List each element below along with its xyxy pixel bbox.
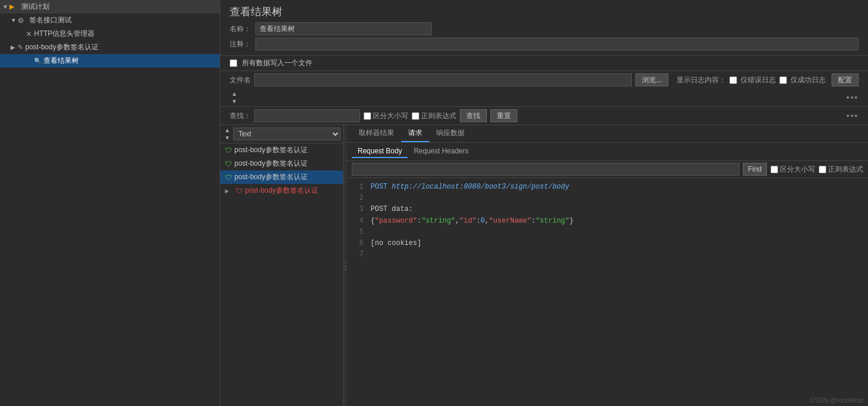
main-layout: ▼ ▶ 测试计划 ▼ 签名接口测试 ✕ HTTP信息头管理器 ▶ ✎ post-…: [0, 0, 868, 406]
shield-green-icon-3: 🛡: [225, 173, 232, 182]
right-header: 查看结果树 名称： 注释：: [220, 0, 868, 56]
reset-button[interactable]: 重置: [490, 109, 517, 122]
shield-green-icon-1: 🛡: [225, 146, 232, 155]
line-num-2: 2: [352, 193, 364, 204]
right-panel: 查看结果树 名称： 注释： 所有数据写入一个文件 文件名 浏览... 显示日志内…: [220, 0, 868, 406]
find-case-sensitive-checkbox[interactable]: [771, 166, 778, 173]
file-label: 文件名: [230, 75, 251, 85]
tree-label-interface-test: 签名接口测试: [29, 15, 72, 25]
result-item[interactable]: 🛡 post-body参数签名认证: [220, 143, 343, 157]
code-line-5: 5: [352, 227, 863, 238]
tree-label-http-manager: HTTP信息头管理器: [34, 29, 95, 39]
tab-response-data[interactable]: 响应数据: [429, 125, 472, 142]
up-button[interactable]: ▲: [230, 90, 239, 98]
tab-sampler-result[interactable]: 取样器结果: [352, 125, 401, 142]
results-down-button[interactable]: ▼: [223, 134, 232, 142]
expand-arrow-4: ▶: [225, 188, 232, 194]
shield-green-icon-2: 🛡: [225, 160, 232, 168]
result-item[interactable]: 🛡 post-body参数签名认证: [220, 157, 343, 170]
toolbar-dots: •••: [846, 93, 859, 102]
split-area: ▲ ▼ Text HTML JSON XML 🛡 post-body参数签名认证: [220, 125, 868, 406]
display-log-label: 显示日志内容：: [677, 75, 726, 85]
search-label: 查找：: [230, 111, 251, 121]
find-row: Find 区分大小写 正则表达式: [347, 161, 868, 178]
name-input[interactable]: [255, 22, 432, 35]
results-up-down: ▲ ▼: [223, 126, 232, 142]
name-label: 名称：: [230, 24, 251, 34]
tree-item-test-plan[interactable]: ▼ ▶ 测试计划: [0, 0, 220, 14]
gear-icon: [18, 16, 27, 25]
regex-checkbox[interactable]: [412, 112, 419, 120]
name-row: 名称：: [230, 22, 859, 35]
page-title: 查看结果树: [230, 5, 859, 19]
err-log-checkbox[interactable]: [729, 76, 737, 84]
search-dots: •••: [846, 111, 859, 120]
toolbar-row: ▲ ▼ •••: [220, 89, 868, 107]
tab-request[interactable]: 请求: [401, 125, 429, 142]
shield-red-icon-4: 🛡: [235, 187, 243, 195]
browse-button[interactable]: 浏览...: [635, 73, 668, 86]
success-log-checkbox[interactable]: [779, 76, 787, 84]
err-log-label: 仅错误日志: [741, 75, 776, 85]
results-toolbar: ▲ ▼ Text HTML JSON XML: [220, 125, 343, 143]
line-content-1: POST http://localhost:8080/boot3/sign/po…: [371, 182, 569, 193]
comment-row: 注释：: [230, 38, 859, 51]
up-down-controls: ▲ ▼: [230, 90, 239, 105]
line-content-3: POST data:: [371, 204, 413, 215]
main-tabs-row: 取样器结果 请求 响应数据: [347, 125, 868, 143]
all-data-label: 所有数据写入一个文件: [242, 58, 312, 68]
view-mode-select[interactable]: Text HTML JSON XML: [233, 127, 341, 140]
http-icon: ✕: [26, 30, 32, 38]
line-num-4: 4: [352, 216, 364, 227]
code-line-1: 1 POST http://localhost:8080/boot3/sign/…: [352, 182, 863, 193]
line-num-3: 3: [352, 204, 364, 215]
tree-item-http-manager[interactable]: ✕ HTTP信息头管理器: [0, 27, 220, 41]
code-line-4: 4 {"password":"string","id":0,"userName"…: [352, 216, 863, 227]
all-data-row: 所有数据写入一个文件: [220, 56, 868, 71]
request-panel: 取样器结果 请求 响应数据 Request Body Request H: [347, 125, 868, 406]
find-regex-label: 正则表达式: [819, 165, 863, 175]
result-label-4: post-body参数签名认证: [245, 186, 318, 196]
find-input[interactable]: [352, 163, 739, 176]
left-panel: ▼ ▶ 测试计划 ▼ 签名接口测试 ✕ HTTP信息头管理器 ▶ ✎ post-…: [0, 0, 220, 406]
success-log-label: 仅成功日志: [790, 75, 826, 85]
result-item[interactable]: 🛡 post-body参数签名认证: [220, 170, 343, 184]
find-button[interactable]: 查找: [460, 109, 487, 122]
code-line-6: 6 [no cookies]: [352, 238, 863, 249]
tree-item-post-body-auth[interactable]: ▶ ✎ post-body参数签名认证: [0, 41, 220, 54]
line-num-5: 5: [352, 227, 364, 238]
file-row: 文件名 浏览... 显示日志内容： 仅错误日志 仅成功日志 配置: [220, 71, 868, 89]
line-content-4: {"password":"string","id":0,"userName":"…: [371, 216, 574, 227]
tree-label-post-body-auth: post-body参数签名认证: [25, 42, 99, 52]
results-up-button[interactable]: ▲: [223, 126, 232, 134]
line-num-6: 6: [352, 238, 364, 249]
arrow-post-body: ▶: [11, 44, 18, 51]
result-label-3: post-body参数签名认证: [234, 172, 308, 182]
results-left: ▲ ▼ Text HTML JSON XML 🛡 post-body参数签名认证: [220, 125, 344, 406]
search-input[interactable]: [254, 109, 360, 122]
regex-label: 正则表达式: [412, 111, 456, 121]
find-regex-checkbox[interactable]: [819, 166, 826, 173]
tree-item-interface-test[interactable]: ▼ 签名接口测试: [0, 14, 220, 27]
sub-tab-request-headers[interactable]: Request Headers: [408, 145, 474, 158]
tree-label-test-plan: 测试计划: [21, 2, 49, 12]
find-btn[interactable]: Find: [743, 163, 767, 176]
comment-input[interactable]: [255, 38, 859, 51]
comment-label: 注释：: [230, 39, 251, 49]
down-button[interactable]: ▼: [230, 98, 239, 105]
case-sensitive-checkbox[interactable]: [364, 112, 371, 120]
magnify-icon: 🔍: [34, 58, 41, 64]
tree-item-view-result-tree[interactable]: 🔍 查看结果树: [0, 54, 220, 68]
config-button[interactable]: 配置: [832, 73, 859, 86]
case-sensitive-label: 区分大小写: [364, 111, 408, 121]
result-item[interactable]: ▶ 🛡 post-body参数签名认证: [220, 184, 343, 197]
line-num-7: 7: [352, 249, 364, 260]
code-area: 1 POST http://localhost:8080/boot3/sign/…: [347, 178, 868, 406]
search-row: 查找： 区分大小写 正则表达式 查找 重置 •••: [220, 107, 868, 125]
file-input[interactable]: [254, 73, 632, 86]
find-case-sensitive-label: 区分大小写: [771, 165, 815, 175]
all-data-checkbox[interactable]: [230, 59, 237, 67]
sub-tab-request-body[interactable]: Request Body: [352, 145, 408, 158]
arrow-test-plan: ▼: [2, 4, 9, 10]
code-line-7: 7: [352, 249, 863, 260]
